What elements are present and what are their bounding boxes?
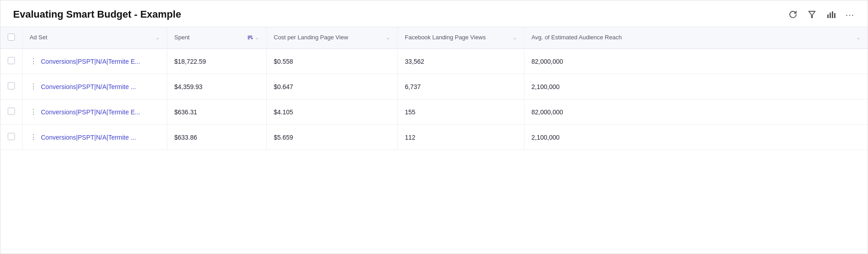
row-fb-lpv-cell-2: 155 <box>397 99 524 125</box>
chart-icon[interactable] <box>826 9 836 19</box>
select-all-checkbox[interactable] <box>8 33 15 41</box>
page-title: Evaluating Smart Budget - Example <box>13 9 181 20</box>
header-adset-label: Ad Set <box>30 34 153 42</box>
table-row: ⋮ Conversions|PSPT|N/A|Termite ... $633.… <box>0 125 868 150</box>
svg-rect-1 <box>827 14 829 18</box>
page-wrapper: Evaluating Smart Budget - Example <box>0 0 868 254</box>
row-avg-audience-cell-1: 2,100,000 <box>524 74 868 99</box>
header-fb-lpv: Facebook Landing Page Views ⌄ <box>397 27 524 49</box>
svg-rect-4 <box>834 13 835 18</box>
row-adset-cell-2: ⋮ Conversions|PSPT|N/A|Termite E... <box>22 99 167 125</box>
row-adset-link-2[interactable]: Conversions|PSPT|N/A|Termite E... <box>41 108 140 116</box>
table-header-row: Ad Set ⌄ Spent <box>0 27 868 49</box>
row-checkbox-0[interactable] <box>8 57 15 64</box>
header-avg-audience-label: Avg. of Estimated Audience Reach <box>532 34 854 42</box>
row-cost-per-lpv-cell-2: $4.105 <box>266 99 397 125</box>
row-spent-cell-0: $18,722.59 <box>167 49 266 74</box>
data-table: Ad Set ⌄ Spent <box>0 27 868 150</box>
row-fb-lpv-cell-1: 6,737 <box>397 74 524 99</box>
table-row: ⋮ Conversions|PSPT|N/A|Termite E... $18,… <box>0 49 868 74</box>
filter-icon[interactable] <box>807 9 817 19</box>
row-fb-lpv-cell-3: 112 <box>397 125 524 150</box>
adset-sort-chevron-icon[interactable]: ⌄ <box>156 35 160 41</box>
row-checkbox-cell-2[interactable] <box>0 99 22 125</box>
svg-marker-0 <box>809 11 815 18</box>
row-dots-menu-3[interactable]: ⋮ <box>30 133 37 141</box>
row-adset-cell-1: ⋮ Conversions|PSPT|N/A|Termite ... <box>22 74 167 99</box>
page-header: Evaluating Smart Budget - Example <box>0 0 868 27</box>
header-cost-per-lpv-label: Cost per Landing Page View <box>274 34 383 42</box>
row-spent-cell-3: $633.86 <box>167 125 266 150</box>
row-cost-per-lpv-cell-0: $0.558 <box>266 49 397 74</box>
header-fb-lpv-label: Facebook Landing Page Views <box>405 34 510 42</box>
row-checkbox-1[interactable] <box>8 82 15 89</box>
svg-rect-3 <box>832 11 833 18</box>
more-menu-icon[interactable]: ··· <box>845 9 855 19</box>
header-spent-label: Spent <box>175 34 244 42</box>
row-checkbox-cell-0[interactable] <box>0 49 22 74</box>
row-fb-lpv-cell-0: 33,562 <box>397 49 524 74</box>
row-dots-menu-0[interactable]: ⋮ <box>30 57 37 66</box>
row-adset-link-1[interactable]: Conversions|PSPT|N/A|Termite ... <box>41 83 136 90</box>
row-adset-cell-0: ⋮ Conversions|PSPT|N/A|Termite E... <box>22 49 167 74</box>
cost-chevron-icon[interactable]: ⌄ <box>386 35 390 41</box>
row-dots-menu-1[interactable]: ⋮ <box>30 82 37 91</box>
fb-lpv-chevron-icon[interactable]: ⌄ <box>513 35 517 41</box>
row-dots-menu-2[interactable]: ⋮ <box>30 108 37 116</box>
audience-chevron-icon[interactable]: ⌄ <box>856 35 860 41</box>
header-spent: Spent ⌄ <box>167 27 266 49</box>
row-cost-per-lpv-cell-1: $0.647 <box>266 74 397 99</box>
refresh-icon[interactable] <box>788 9 798 19</box>
row-cost-per-lpv-cell-3: $5.659 <box>266 125 397 150</box>
header-checkbox-cell[interactable] <box>0 27 22 49</box>
table-row: ⋮ Conversions|PSPT|N/A|Termite ... $4,35… <box>0 74 868 99</box>
svg-rect-2 <box>830 13 831 18</box>
row-spent-cell-2: $636.31 <box>167 99 266 125</box>
row-avg-audience-cell-0: 82,000,000 <box>524 49 868 74</box>
row-checkbox-3[interactable] <box>8 133 15 140</box>
spent-chevron-icon[interactable]: ⌄ <box>255 35 259 41</box>
table-container: Ad Set ⌄ Spent <box>0 27 868 254</box>
table-row: ⋮ Conversions|PSPT|N/A|Termite E... $636… <box>0 99 868 125</box>
row-spent-cell-1: $4,359.93 <box>167 74 266 99</box>
row-checkbox-2[interactable] <box>8 108 15 115</box>
row-avg-audience-cell-3: 2,100,000 <box>524 125 868 150</box>
spent-sort-icons[interactable]: ⌄ <box>247 34 259 41</box>
row-checkbox-cell-3[interactable] <box>0 125 22 150</box>
table-body: ⋮ Conversions|PSPT|N/A|Termite E... $18,… <box>0 49 868 150</box>
row-adset-link-0[interactable]: Conversions|PSPT|N/A|Termite E... <box>41 58 140 65</box>
row-checkbox-cell-1[interactable] <box>0 74 22 99</box>
header-avg-audience: Avg. of Estimated Audience Reach ⌄ <box>524 27 868 49</box>
row-adset-cell-3: ⋮ Conversions|PSPT|N/A|Termite ... <box>22 125 167 150</box>
row-adset-link-3[interactable]: Conversions|PSPT|N/A|Termite ... <box>41 134 136 141</box>
header-actions: ··· <box>788 9 855 19</box>
header-adset: Ad Set ⌄ <box>22 27 167 49</box>
header-cost-per-lpv: Cost per Landing Page View ⌄ <box>266 27 397 49</box>
row-avg-audience-cell-2: 82,000,000 <box>524 99 868 125</box>
